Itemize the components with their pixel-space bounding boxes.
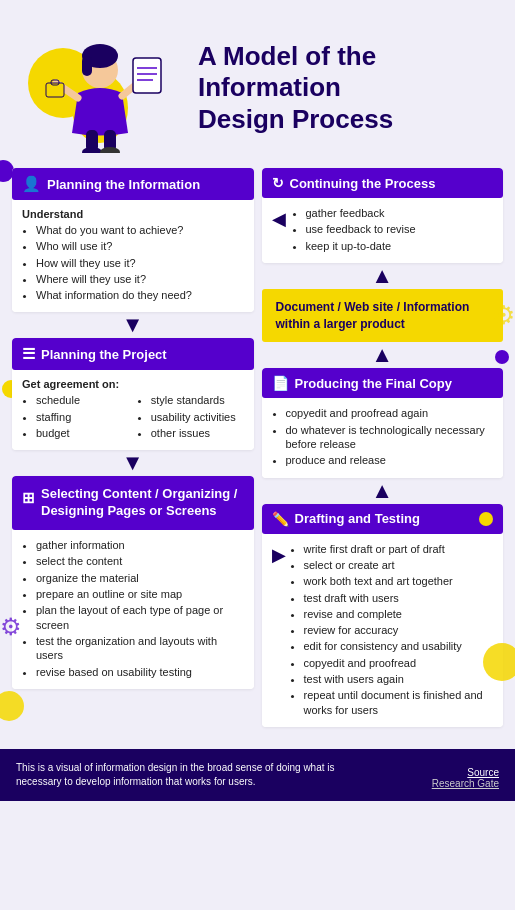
grid-icon: ⊞	[22, 488, 35, 508]
drafting-testing-box: ✏️ Drafting and Testing ▶ write first dr…	[262, 504, 504, 727]
right-purple-circle	[495, 350, 509, 364]
list-item: keep it up-to-date	[306, 239, 416, 253]
list-item: schedule	[36, 393, 129, 407]
arrow-down-1: ▼	[12, 312, 254, 338]
list-item: Where will they use it?	[36, 272, 244, 286]
project-list-col1: schedule staffing budget	[22, 393, 129, 442]
list-item: select the content	[36, 554, 244, 568]
footer-source-label: Source	[432, 767, 499, 778]
list-item: copyedit and proofread again	[286, 406, 494, 420]
producing-final-box: 📄 Producing the Final Copy copyedit and …	[262, 368, 504, 477]
arrow-up-2: ▲	[262, 342, 504, 368]
selecting-content-box: ⊞ Selecting Content / Organizing / Desig…	[12, 476, 254, 688]
planning-project-title: Planning the Project	[41, 347, 167, 362]
list-item: What information do they need?	[36, 288, 244, 302]
list-item: test the organization and layouts with u…	[36, 634, 244, 663]
list-item: review for accuracy	[304, 623, 494, 637]
list-item: organize the material	[36, 571, 244, 585]
pencil-icon: ✏️	[272, 511, 289, 527]
svg-point-13	[100, 147, 120, 153]
page: A Model of the Information Design Proces…	[0, 0, 515, 801]
continuing-process-box: ↻ Continuing the Process ◀ gather feedba…	[262, 168, 504, 263]
list-item: work both text and art together	[304, 574, 494, 588]
planning-project-box: ☰ Planning the Project Get agreement on:…	[12, 338, 254, 450]
list-icon: ☰	[22, 345, 35, 363]
planning-info-box: 👤 Planning the Information Understand Wh…	[12, 168, 254, 312]
list-item: copyedit and proofread	[304, 656, 494, 670]
svg-point-12	[82, 147, 102, 153]
planning-info-title: Planning the Information	[47, 177, 200, 192]
gear-icon-right: ⚙	[492, 300, 515, 331]
list-item: select or create art	[304, 558, 494, 572]
list-item: Who will use it?	[36, 239, 244, 253]
list-item: plan the layout of each type of page or …	[36, 603, 244, 632]
selecting-content-list: gather information select the content or…	[22, 538, 244, 679]
drafting-testing-list: write first draft or part of draft selec…	[290, 542, 494, 719]
spacer	[0, 727, 515, 739]
selecting-content-title: Selecting Content / Organizing / Designi…	[41, 486, 244, 520]
header: A Model of the Information Design Proces…	[0, 0, 515, 168]
person-icon: 👤	[22, 175, 41, 193]
list-item: usability activities	[151, 410, 244, 424]
list-item: use feedback to revise	[306, 222, 416, 236]
continuing-process-header: ↻ Continuing the Process	[262, 168, 504, 198]
footer: This is a visual of information design i…	[0, 749, 515, 801]
arrow-up-3: ▲	[262, 478, 504, 504]
header-text: A Model of the Information Design Proces…	[188, 41, 497, 135]
planning-info-content: Understand What do you want to achieve? …	[12, 200, 254, 312]
planning-info-header: 👤 Planning the Information	[12, 168, 254, 200]
list-item: revise and complete	[304, 607, 494, 621]
list-item: edit for consistency and usability	[304, 639, 494, 653]
arrow-up-1: ▲	[262, 263, 504, 289]
header-illustration	[18, 18, 188, 158]
header-title: A Model of the Information Design Proces…	[198, 41, 497, 135]
list-item: other issues	[151, 426, 244, 440]
bottom-right-yellow-circle	[483, 643, 515, 681]
list-item: What do you want to achieve?	[36, 223, 244, 237]
svg-rect-3	[82, 56, 92, 76]
footer-source-name: Research Gate	[432, 778, 499, 789]
drafting-testing-header: ✏️ Drafting and Testing	[262, 504, 504, 534]
drafting-testing-title: Drafting and Testing	[295, 511, 420, 526]
document-box: Document / Web site / Information within…	[262, 289, 504, 343]
refresh-icon: ↻	[272, 175, 284, 191]
yellow-dot-deco	[479, 512, 493, 526]
list-item: gather feedback	[306, 206, 416, 220]
producing-final-content: copyedit and proofread again do whatever…	[262, 398, 504, 477]
continuing-process-content: ◀ gather feedback use feedback to revise…	[262, 198, 504, 263]
two-col-list: schedule staffing budget style standards…	[22, 393, 244, 442]
right-column: ↻ Continuing the Process ◀ gather feedba…	[262, 168, 504, 727]
person-illustration	[18, 18, 178, 153]
list-item: write first draft or part of draft	[304, 542, 494, 556]
project-list-col2: style standards usability activities oth…	[137, 393, 244, 442]
footer-description: This is a visual of information design i…	[16, 761, 356, 789]
list-item: revise based on usability testing	[36, 665, 244, 679]
left-arrow-indicator: ◀	[272, 208, 286, 230]
left-column: 👤 Planning the Information Understand Wh…	[12, 168, 254, 727]
document-icon: 📄	[272, 375, 289, 391]
producing-final-list: copyedit and proofread again do whatever…	[272, 406, 494, 467]
list-item: repeat until document is finished and wo…	[304, 688, 494, 717]
list-item: staffing	[36, 410, 129, 424]
list-item: style standards	[151, 393, 244, 407]
list-item: budget	[36, 426, 129, 440]
list-item: prepare an outline or site map	[36, 587, 244, 601]
planning-project-content: Get agreement on: schedule staffing budg…	[12, 370, 254, 450]
continuing-process-title: Continuing the Process	[290, 176, 436, 191]
selecting-content-content: gather information select the content or…	[12, 530, 254, 689]
svg-rect-6	[133, 58, 161, 93]
understand-label: Understand	[22, 208, 244, 220]
selecting-content-header: ⊞ Selecting Content / Organizing / Desig…	[12, 476, 254, 530]
gear-icon-left: ⚙	[0, 613, 22, 641]
list-item: do whatever is technologically necessary…	[286, 423, 494, 452]
get-agreement-label: Get agreement on:	[22, 378, 244, 390]
list-item: gather information	[36, 538, 244, 552]
document-box-text: Document / Web site / Information within…	[276, 300, 470, 331]
planning-info-list: What do you want to achieve? Who will us…	[22, 223, 244, 302]
main-layout: 👤 Planning the Information Understand Wh…	[0, 168, 515, 727]
list-item: test with users again	[304, 672, 494, 686]
list-item: produce and release	[286, 453, 494, 467]
drafting-testing-content: ▶ write first draft or part of draft sel…	[262, 534, 504, 727]
producing-final-title: Producing the Final Copy	[295, 376, 452, 391]
list-item: test draft with users	[304, 591, 494, 605]
